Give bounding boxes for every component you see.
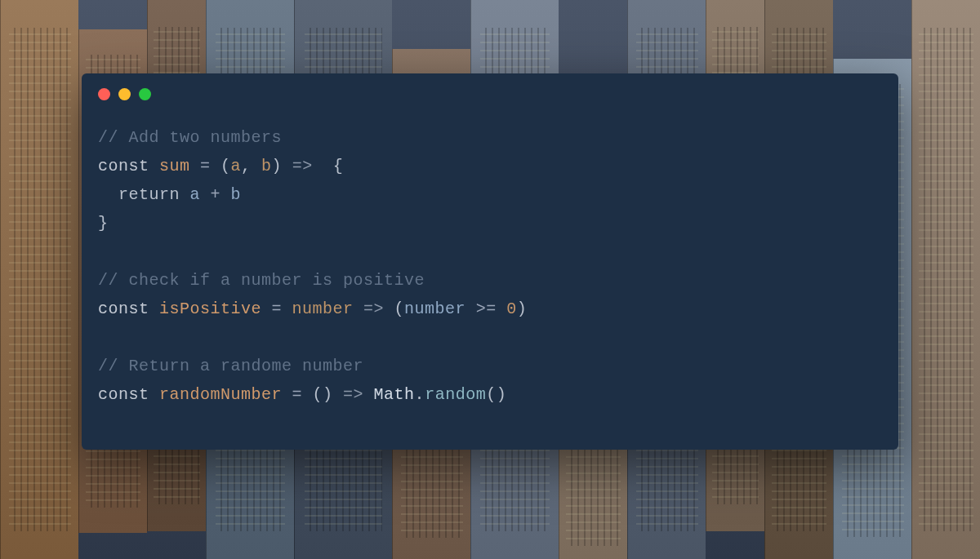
- code-token-param: a: [231, 157, 242, 175]
- code-token-function: isPositive: [159, 299, 261, 318]
- code-token-punct: ): [517, 299, 528, 318]
- code-content[interactable]: // Add two numbersconst sum = (a, b) => …: [82, 109, 898, 409]
- code-line: [98, 323, 879, 352]
- code-token-keyword: const: [98, 299, 159, 318]
- code-comment: // Add two numbers: [98, 128, 282, 147]
- code-token-arrow: =>: [354, 299, 394, 318]
- code-comment: // check if a number is positive: [98, 271, 425, 290]
- code-token-return: return: [98, 185, 190, 204]
- code-token-punct: }: [98, 214, 109, 233]
- code-line: // Return a randome number: [98, 352, 879, 380]
- code-token-punct: (: [220, 157, 231, 175]
- code-token-keyword: const: [98, 385, 159, 404]
- code-token-number: 0: [506, 299, 517, 318]
- code-token-param: number: [292, 299, 354, 318]
- code-line: // check if a number is positive: [98, 266, 879, 295]
- code-token-punct: (): [486, 385, 506, 404]
- close-button[interactable]: [98, 88, 110, 100]
- code-token-variable: b: [231, 185, 242, 204]
- code-token-punct: (: [394, 299, 405, 318]
- code-token-punct: {: [313, 157, 344, 175]
- code-token-punct: (): [313, 385, 344, 404]
- code-token-function: sum: [159, 157, 190, 175]
- code-line: const isPositive = number => (number >= …: [98, 295, 879, 323]
- code-token-method: random: [425, 385, 486, 404]
- code-token-param: b: [261, 157, 272, 175]
- maximize-button[interactable]: [139, 88, 151, 100]
- code-token-variable: a: [190, 185, 201, 204]
- code-token-operator: +: [200, 185, 231, 204]
- code-token-operator: >=: [466, 299, 506, 318]
- code-line: }: [98, 209, 879, 237]
- code-line: const randomNumber = () => Math.random(): [98, 380, 879, 409]
- code-token-operator: =: [282, 385, 313, 404]
- code-token-punct: ,: [241, 157, 261, 175]
- code-token-object: Math: [363, 385, 415, 404]
- code-token-variable: number: [404, 299, 466, 318]
- minimize-button[interactable]: [118, 88, 131, 100]
- code-token-keyword: const: [98, 157, 159, 175]
- code-token-punct: ): [272, 157, 292, 175]
- window-controls: [82, 73, 898, 109]
- code-token-operator: =: [261, 299, 292, 318]
- code-line: [98, 237, 879, 266]
- code-line: // Add two numbers: [98, 123, 879, 152]
- code-token-arrow: =>: [292, 157, 313, 175]
- code-token-punct: .: [415, 385, 425, 404]
- code-token-function: randomNumber: [159, 385, 282, 404]
- code-token-operator: =: [190, 157, 221, 175]
- code-token-arrow: =>: [343, 385, 363, 404]
- code-editor-window: // Add two numbersconst sum = (a, b) => …: [82, 73, 898, 450]
- code-comment: // Return a randome number: [98, 357, 363, 375]
- code-line: return a + b: [98, 180, 879, 209]
- code-line: const sum = (a, b) => {: [98, 152, 879, 180]
